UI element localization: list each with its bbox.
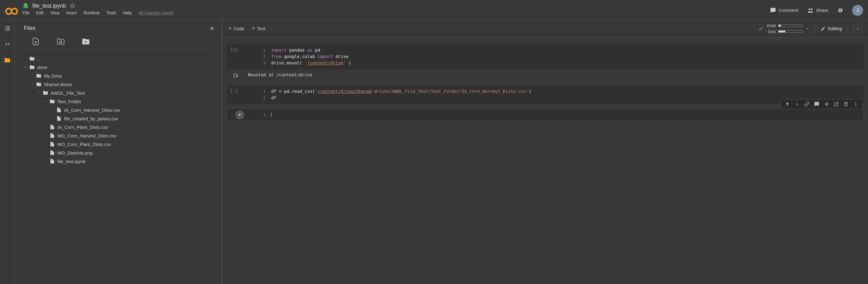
menu-tools[interactable]: Tools	[106, 10, 116, 15]
toc-icon[interactable]	[4, 25, 11, 32]
pencil-icon	[821, 26, 826, 31]
save-status[interactable]: All changes saved	[138, 10, 173, 15]
file-icon	[50, 158, 55, 164]
add-code-button[interactable]: +Code	[228, 25, 244, 32]
code-cell[interactable]: 1	[227, 108, 864, 121]
folder-item[interactable]: AWOL_File_Test	[24, 89, 219, 97]
refresh-icon[interactable]	[57, 37, 65, 45]
gear-icon[interactable]	[837, 7, 843, 14]
cell-prompt: [1]	[227, 44, 253, 69]
file-icon	[56, 107, 62, 113]
files-toolbar	[15, 35, 222, 50]
chevron-down-icon	[44, 100, 47, 103]
svg-point-7	[811, 8, 813, 10]
svg-point-11	[856, 102, 857, 103]
comment-button[interactable]: Comment	[770, 7, 798, 13]
folder-icon	[43, 90, 48, 96]
move-down-icon[interactable]	[795, 101, 800, 107]
disk-label: Disk	[768, 29, 776, 34]
svg-marker-5	[70, 4, 75, 8]
svg-point-0	[6, 8, 11, 14]
tree-label: file_created_by_james.csv	[64, 116, 118, 121]
folder-icon	[36, 73, 41, 78]
folder-icon	[36, 82, 41, 87]
notebook-toolbar: +Code +Text RAM Disk Editing	[222, 20, 868, 38]
drive-icon	[23, 3, 29, 9]
output-icon	[233, 73, 239, 79]
file-icon	[56, 116, 62, 121]
files-tab-icon[interactable]	[4, 57, 11, 64]
star-icon[interactable]	[70, 3, 75, 8]
check-icon	[758, 26, 764, 32]
comment-label: Comment	[778, 8, 798, 13]
tree-label: My Drive	[44, 73, 62, 78]
avatar[interactable]: J	[852, 5, 863, 16]
file-item[interactable]: IA_Corn_Plant_Dists.csv	[24, 123, 219, 131]
mount-drive-icon[interactable]	[82, 37, 90, 45]
close-icon[interactable]	[209, 25, 215, 31]
link-icon[interactable]	[804, 101, 810, 107]
menu-runtime[interactable]: Runtime	[84, 10, 99, 15]
notebook-filename[interactable]: file_test.ipynb	[32, 3, 66, 9]
parent-dir-item[interactable]: ..	[24, 54, 219, 63]
cell-editor[interactable]: 1import pandas as pd2from google.colab i…	[253, 44, 864, 69]
add-text-button[interactable]: +Text	[252, 25, 265, 32]
comment-icon[interactable]	[814, 101, 819, 107]
menu-insert[interactable]: Insert	[66, 10, 77, 15]
menu-file[interactable]: File	[23, 10, 30, 15]
folder-item[interactable]: My Drive	[24, 71, 219, 80]
code-cell[interactable]: [ ]1df = pd.read_csv('/content/drive/Sha…	[227, 85, 864, 104]
svg-point-13	[856, 105, 857, 106]
menu-view[interactable]: View	[51, 10, 60, 15]
file-item[interactable]: MO_Corn_Plant_Dists.csv	[24, 140, 219, 149]
cell-action-bar	[781, 99, 863, 109]
move-up-icon[interactable]	[785, 101, 790, 107]
folder-item[interactable]: Shared drives	[24, 80, 219, 89]
chevron-down-icon[interactable]	[806, 27, 809, 31]
cell-editor[interactable]: 1df = pd.read_csv('/content/drive/Shared…	[253, 85, 864, 104]
collapse-button[interactable]	[853, 25, 862, 33]
chevron-down-icon	[37, 91, 40, 94]
open-tab-icon[interactable]	[834, 101, 839, 107]
folder-icon	[29, 64, 35, 70]
more-icon[interactable]	[853, 101, 859, 107]
tree-label: MO_Corn_Plant_Dists.csv	[57, 142, 111, 147]
file-icon	[50, 141, 55, 147]
tree-label: AWOL_File_Test	[51, 90, 85, 96]
tree-label: IA_Corn_Plant_Dists.csv	[57, 125, 108, 130]
tree-label: Test_Folder	[57, 99, 81, 104]
menu-help[interactable]: Help	[123, 10, 132, 15]
file-item[interactable]: file_test.ipynb	[24, 157, 219, 165]
file-tree: ..driveMy DriveShared drivesAWOL_File_Te…	[15, 53, 222, 165]
file-item[interactable]: MO_Districts.png	[24, 149, 219, 157]
share-button[interactable]: Share	[807, 7, 828, 14]
folder-item[interactable]: drive	[24, 63, 219, 71]
settings-icon[interactable]	[824, 101, 829, 107]
svg-point-10	[826, 103, 827, 105]
folder-icon	[50, 99, 55, 104]
tree-label: MO_Corn_Harvest_Dists.csv	[57, 133, 116, 138]
file-item[interactable]: IA_Corn_Harvest_Dists.csv	[24, 106, 219, 114]
file-icon	[50, 133, 55, 138]
folder-up-icon	[29, 56, 35, 61]
cell-editor[interactable]: 1	[253, 108, 864, 121]
file-item[interactable]: file_created_by_james.csv	[24, 114, 219, 123]
chevron-right-icon	[31, 74, 34, 77]
play-icon	[238, 113, 242, 117]
tree-label: drive	[37, 65, 47, 70]
code-snippets-icon[interactable]	[4, 41, 11, 48]
folder-item[interactable]: Test_Folder	[24, 97, 219, 106]
upload-icon[interactable]	[32, 37, 40, 45]
menu-edit[interactable]: Edit	[36, 10, 44, 15]
tree-label: Shared drives	[44, 82, 72, 87]
file-item[interactable]: MO_Corn_Harvest_Dists.csv	[24, 131, 219, 140]
editing-mode-button[interactable]: Editing	[815, 24, 847, 33]
run-cell-button[interactable]	[235, 110, 244, 119]
svg-point-12	[856, 104, 857, 105]
code-cell[interactable]: [1]1import pandas as pd2from google.cola…	[227, 44, 864, 81]
chevron-down-icon	[24, 66, 27, 69]
delete-icon[interactable]	[843, 101, 849, 107]
cells-container: [1]1import pandas as pd2from google.cola…	[222, 38, 868, 131]
resource-indicator[interactable]: RAM Disk	[758, 24, 809, 34]
svg-point-1	[11, 8, 17, 14]
